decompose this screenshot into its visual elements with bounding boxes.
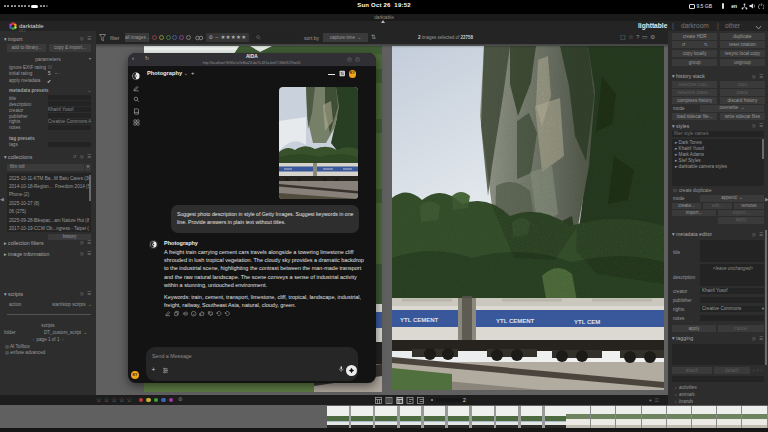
svg-text:YTL CEMENT: YTL CEMENT (496, 318, 535, 324)
svg-text:YTL CEMENT: YTL CEMENT (400, 317, 439, 323)
svg-text:YTL CEM: YTL CEM (574, 319, 600, 325)
